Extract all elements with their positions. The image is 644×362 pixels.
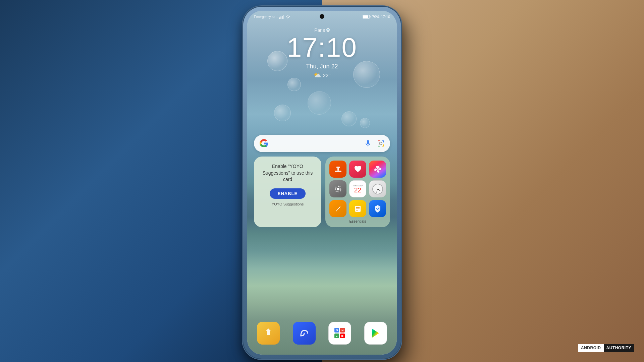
- status-right: 79% 17:10: [363, 15, 390, 19]
- svg-rect-11: [337, 168, 339, 171]
- battery-percent: 79%: [372, 15, 379, 19]
- emergency-call-label: Emergency ca...: [254, 15, 278, 19]
- weather-display: ⛅ 22°: [247, 71, 397, 79]
- photos-app-icon[interactable]: [369, 161, 386, 178]
- calendar-day-number: 22: [354, 187, 361, 193]
- svg-rect-2: [282, 16, 283, 19]
- phone-device: Emergency ca...: [243, 7, 401, 359]
- date-display: Thu, Jun 22: [247, 63, 397, 70]
- health-app-icon[interactable]: [349, 161, 366, 178]
- honor-market-icon[interactable]: [293, 322, 316, 345]
- watermark-authority-text: AUTHORITY: [604, 344, 634, 352]
- yoyo-footer-label: YOYO Suggestions: [272, 202, 304, 206]
- water-bubble: [274, 105, 291, 121]
- water-bubble: [308, 91, 331, 115]
- main-clock-display: 17:10: [247, 34, 397, 61]
- youtube-app: ▶: [340, 334, 345, 338]
- wifi-icon: [285, 15, 290, 19]
- svg-point-7: [327, 29, 329, 31]
- status-left: Emergency ca...: [254, 15, 290, 19]
- water-bubble: [341, 111, 357, 126]
- google-search-app: G: [334, 328, 339, 333]
- clock-widget: Paris 17:10 Thu, Jun 22 ⛅ 22°: [247, 27, 397, 79]
- enable-yoyo-button[interactable]: ENABLE: [270, 188, 306, 199]
- google-lens-icon[interactable]: [377, 139, 385, 147]
- svg-point-8: [379, 142, 382, 145]
- battery-icon: [363, 15, 371, 19]
- phone-screen: Emergency ca...: [247, 11, 397, 355]
- svg-rect-6: [363, 15, 368, 18]
- app-grid: Thursday 22: [329, 161, 386, 217]
- notepad-app-icon[interactable]: [349, 200, 366, 217]
- google-apps-grid: G M ▲ ▶: [334, 328, 345, 339]
- front-camera: [320, 14, 324, 19]
- calendar-content: Thursday 22: [353, 184, 363, 193]
- calendar-app-icon[interactable]: Thursday 22: [349, 180, 366, 197]
- temperature: 22°: [323, 72, 331, 78]
- honor-store-icon[interactable]: [257, 322, 280, 345]
- watermark: ANDROID AUTHORITY: [578, 344, 634, 352]
- google-suite-icon[interactable]: G M ▲ ▶: [328, 322, 351, 345]
- signal-icon: [279, 15, 284, 19]
- svg-rect-9: [335, 171, 341, 172]
- google-maps-app: ▲: [334, 334, 339, 338]
- watermark-android-text: ANDROID: [578, 344, 604, 352]
- google-g-icon: [259, 139, 269, 148]
- svg-marker-17: [266, 328, 271, 335]
- svg-point-12: [337, 188, 339, 190]
- svg-rect-10: [336, 167, 340, 168]
- clock-app-icon[interactable]: [369, 180, 386, 197]
- essentials-folder-label: Essentials: [329, 219, 386, 223]
- voice-search-icon[interactable]: [364, 139, 372, 147]
- gmail-app: M: [340, 328, 345, 333]
- play-store-icon[interactable]: [364, 322, 387, 345]
- toolkit-app-icon[interactable]: [329, 161, 346, 178]
- water-bubble: [360, 118, 370, 128]
- clock-icon-face: [372, 184, 383, 194]
- svg-rect-5: [370, 16, 371, 18]
- yoyo-suggestions-card: Enable "YOYO Suggestions" to use this ca…: [254, 157, 321, 227]
- location-icon: [326, 28, 330, 32]
- bottom-dock: G M ▲ ▶: [251, 322, 393, 345]
- yoyo-message: Enable "YOYO Suggestions" to use this ca…: [259, 163, 316, 183]
- settings-app-icon[interactable]: [329, 180, 346, 197]
- svg-rect-1: [281, 16, 282, 19]
- svg-rect-0: [279, 17, 280, 19]
- search-action-icons: [364, 139, 385, 147]
- pencil-app-icon[interactable]: [329, 200, 346, 217]
- google-search-bar[interactable]: [254, 135, 390, 152]
- city-label: Paris: [247, 27, 397, 33]
- essentials-folder-card[interactable]: Thursday 22: [325, 157, 390, 227]
- widgets-row: Enable "YOYO Suggestions" to use this ca…: [254, 157, 390, 227]
- svg-rect-3: [283, 15, 284, 19]
- water-bubble: [287, 78, 301, 91]
- shield-app-icon[interactable]: [369, 200, 386, 217]
- time-status: 17:10: [381, 15, 390, 19]
